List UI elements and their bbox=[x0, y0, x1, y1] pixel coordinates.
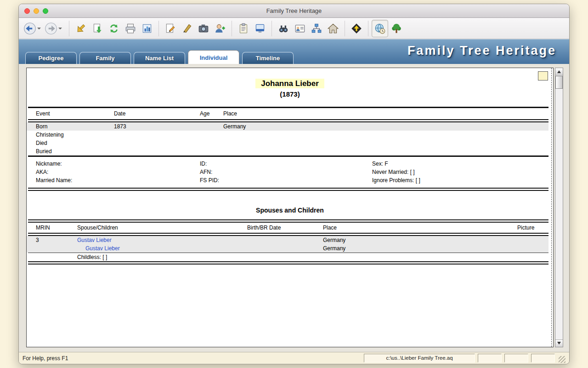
tab-family[interactable]: Family bbox=[79, 52, 131, 64]
hints-button[interactable] bbox=[348, 20, 365, 37]
page-nav-box[interactable] bbox=[538, 71, 548, 80]
individual-summary-button[interactable] bbox=[292, 20, 308, 37]
event-name: Died bbox=[36, 140, 114, 146]
event-row[interactable]: Buried bbox=[27, 147, 548, 155]
report-rule bbox=[28, 119, 548, 122]
spouses-header-name: Spouse/Children bbox=[77, 224, 247, 231]
print-button[interactable] bbox=[122, 20, 139, 37]
toolbar-separator bbox=[158, 21, 159, 36]
scroll-thumb[interactable] bbox=[555, 76, 563, 89]
spouses-header-mrin: MRIN bbox=[36, 224, 77, 231]
tab-label: Individual bbox=[200, 54, 228, 61]
tree-icon bbox=[390, 23, 402, 34]
status-pane bbox=[531, 354, 555, 362]
spouses-header-birth: Birth/BR Date bbox=[247, 224, 323, 231]
web-search-button[interactable] bbox=[372, 20, 388, 37]
resize-grip[interactable] bbox=[559, 356, 565, 363]
add-individual-button[interactable] bbox=[212, 20, 228, 37]
status-pane bbox=[478, 354, 502, 362]
tab-individual[interactable]: Individual bbox=[188, 50, 239, 64]
childless-checkbox[interactable]: Childless: [ ] bbox=[77, 254, 247, 260]
vertical-scrollbar[interactable] bbox=[555, 68, 563, 347]
tab-label: Family bbox=[96, 55, 114, 62]
child-link[interactable]: Gustav Lieber bbox=[85, 245, 120, 252]
hints-icon bbox=[351, 23, 362, 34]
tab-pedigree[interactable]: Pedigree bbox=[25, 52, 77, 64]
content-area: Johanna Lieber (1873) Event Date Age Pla… bbox=[19, 64, 569, 352]
open-file-button[interactable] bbox=[73, 20, 89, 37]
clipboard-icon bbox=[237, 23, 249, 34]
import-button[interactable] bbox=[89, 20, 106, 37]
back-dropdown-icon[interactable] bbox=[37, 28, 41, 31]
edit-individual-icon bbox=[164, 23, 176, 34]
event-row[interactable]: Born 1873 Germany bbox=[27, 122, 548, 131]
tab-bar: Pedigree Family Name List Individual Tim… bbox=[19, 39, 569, 64]
tab-name-list[interactable]: Name List bbox=[134, 52, 185, 64]
add-individual-icon bbox=[214, 23, 226, 34]
zoom-button[interactable] bbox=[43, 8, 48, 14]
back-icon bbox=[23, 22, 36, 35]
event-name: Christening bbox=[36, 132, 114, 138]
events-header-event: Event bbox=[36, 110, 114, 117]
relationship-chart-button[interactable] bbox=[308, 20, 325, 37]
toolbar-separator bbox=[232, 21, 232, 36]
forward-button[interactable] bbox=[45, 22, 65, 35]
edit-individual-button[interactable] bbox=[162, 20, 179, 37]
reports-button[interactable] bbox=[139, 20, 155, 37]
afn-label: AFN: bbox=[200, 168, 372, 176]
person-name[interactable]: Johanna Lieber bbox=[255, 79, 324, 88]
close-button[interactable] bbox=[24, 8, 30, 14]
arrow-up-icon bbox=[557, 69, 561, 73]
scroll-up-button[interactable] bbox=[555, 68, 563, 75]
minimize-button[interactable] bbox=[34, 8, 39, 14]
details-grid: Nickname: ID: Sex: F AKA: AFN: Never Mar… bbox=[27, 160, 548, 184]
back-button[interactable] bbox=[23, 22, 44, 35]
event-place: Germany bbox=[223, 123, 548, 130]
spouse-link[interactable]: Gustav Lieber bbox=[77, 237, 112, 243]
events-header-row: Event Date Age Place bbox=[27, 108, 548, 119]
web-search-icon bbox=[374, 23, 386, 34]
event-row[interactable]: Died bbox=[27, 139, 548, 147]
forward-dropdown-icon[interactable] bbox=[58, 28, 62, 31]
person-header: Johanna Lieber (1873) bbox=[27, 68, 553, 107]
toolbar bbox=[19, 18, 569, 39]
scroll-down-button[interactable] bbox=[555, 339, 563, 347]
spouses-header-row: MRIN Spouse/Children Birth/BR Date Place… bbox=[27, 223, 548, 233]
married-name-label: Married Name: bbox=[36, 177, 200, 184]
status-pane bbox=[504, 354, 528, 362]
search-button[interactable] bbox=[275, 20, 292, 37]
app-window: Family Tree Heritage bbox=[18, 4, 570, 364]
event-date: 1873 bbox=[114, 123, 200, 130]
photos-button[interactable] bbox=[195, 20, 212, 37]
individual-report-page: Johanna Lieber (1873) Event Date Age Pla… bbox=[26, 68, 554, 347]
view-tabs: Pedigree Family Name List Individual Tim… bbox=[25, 50, 294, 64]
binoculars-icon bbox=[277, 23, 289, 34]
spouses-header-place: Place bbox=[323, 224, 517, 231]
relationship-chart-icon bbox=[311, 23, 322, 34]
childless-row: Childless: [ ] bbox=[27, 253, 548, 261]
status-file-path: c:\us..\Lieber Family Tree.aq bbox=[364, 354, 475, 362]
event-row[interactable]: Christening bbox=[27, 131, 548, 139]
tasks-button[interactable] bbox=[235, 20, 252, 37]
child-row[interactable]: Gustav Lieber Germany bbox=[27, 244, 548, 253]
desktop: Family Tree Heritage bbox=[0, 0, 588, 368]
tab-timeline[interactable]: Timeline bbox=[242, 52, 294, 64]
spouse-row[interactable]: 3 Gustav Lieber Germany bbox=[27, 236, 548, 244]
home-button[interactable] bbox=[325, 20, 341, 37]
toolbar-separator bbox=[368, 21, 368, 36]
home-icon bbox=[327, 23, 339, 34]
status-help-text: For Help, press F1 bbox=[23, 355, 68, 362]
family-tree-view-button[interactable] bbox=[388, 20, 405, 37]
forward-icon bbox=[45, 22, 57, 35]
sync-button[interactable] bbox=[106, 20, 122, 37]
tab-label: Name List bbox=[145, 55, 174, 62]
camera-icon bbox=[198, 23, 209, 34]
id-label: ID: bbox=[200, 160, 372, 168]
print-icon bbox=[124, 23, 136, 34]
write-story-button[interactable] bbox=[179, 20, 195, 37]
ignore-problems-checkbox[interactable]: Ignore Problems: [ ] bbox=[372, 177, 548, 184]
event-name: Buried bbox=[36, 148, 114, 155]
report-rule bbox=[28, 261, 548, 264]
sources-button[interactable] bbox=[252, 20, 268, 37]
never-married-checkbox[interactable]: Never Married: [ ] bbox=[372, 168, 548, 176]
